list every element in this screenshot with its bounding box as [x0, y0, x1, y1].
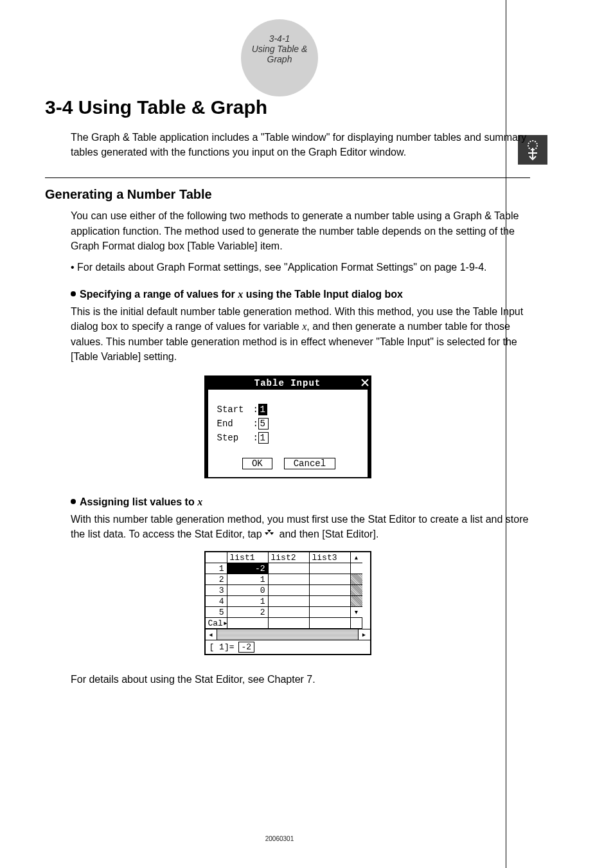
header-section-title: Using Table & Graph	[241, 44, 318, 64]
cell-r5c2[interactable]	[269, 607, 310, 618]
row-number: 1	[206, 563, 227, 574]
cell-r2c1[interactable]: 1	[227, 574, 269, 585]
stat-editor-figure: list1 list2 list3 ▴ 1 -2 2 1 3 0	[204, 551, 371, 655]
hscroll-track[interactable]	[217, 629, 359, 640]
body-paragraph-1: You can use either of the following two …	[71, 208, 530, 253]
cell-r3c2[interactable]	[269, 585, 310, 596]
step-field[interactable]: 1	[258, 432, 269, 444]
scroll-right-icon[interactable]: ▸	[359, 629, 370, 640]
start-field[interactable]: 1	[258, 404, 267, 415]
row-number: 2	[206, 574, 227, 585]
closing-paragraph: For details about using the Stat Editor,…	[71, 672, 530, 687]
table-input-titlebar: Table Input	[206, 377, 370, 390]
svg-marker-4	[265, 532, 269, 535]
table-input-end-row: End : 5	[217, 418, 361, 429]
cell-r4c1[interactable]: 1	[227, 596, 269, 607]
dot1-suffix: using the Table Input dialog box	[243, 289, 403, 300]
horizontal-scrollbar[interactable]: ◂ ▸	[206, 629, 370, 640]
dot-heading-2: Assigning list values to x	[71, 496, 530, 508]
cell-r5c1[interactable]: 2	[227, 607, 269, 618]
end-field[interactable]: 5	[258, 418, 269, 429]
body-paragraph-2: This is the initial default number table…	[71, 304, 530, 364]
cal-button[interactable]: Cal▸	[206, 618, 227, 629]
input-prefix: [ 1]=	[209, 642, 235, 652]
scroll-thumb[interactable]	[351, 596, 362, 607]
col-header-list1[interactable]: list1	[227, 552, 269, 563]
cell-r1c1[interactable]: -2	[227, 563, 269, 574]
intro-paragraph: The Graph & Table application includes a…	[71, 130, 530, 159]
cancel-button[interactable]: Cancel	[284, 458, 335, 469]
col-header-list2[interactable]: list2	[269, 552, 310, 563]
cell-r3c1[interactable]: 0	[227, 585, 269, 596]
branch-icon	[265, 527, 276, 542]
subheading: Generating a Number Table	[45, 187, 530, 202]
scroll-thumb[interactable]	[351, 585, 362, 596]
cell-r5c3[interactable]	[310, 607, 351, 618]
cell-r2c2[interactable]	[269, 574, 310, 585]
table-input-start-row: Start : 1	[217, 404, 361, 415]
row-number: 3	[206, 585, 227, 596]
header-section-number: 3-4-1	[269, 33, 290, 44]
header-circle: 3-4-1 Using Table & Graph	[241, 19, 318, 96]
cell-r1c3[interactable]	[310, 563, 351, 574]
horizontal-rule	[45, 177, 530, 178]
stat-editor-grid: list1 list2 list3 ▴ 1 -2 2 1 3 0	[206, 552, 370, 629]
dot-heading-1: Specifying a range of values for x using…	[71, 289, 530, 300]
dot2-var: x	[197, 496, 202, 507]
bullet-line-1: • For details about Graph Format setting…	[71, 260, 530, 275]
body3b: and then [Stat Editor].	[280, 529, 379, 539]
cell-r4c2[interactable]	[269, 596, 310, 607]
bullet-dot-icon	[71, 499, 76, 504]
footer-number: 20060301	[265, 835, 294, 842]
row-number: 5	[206, 607, 227, 618]
table-input-step-row: Step : 1	[217, 432, 361, 444]
input-value-box[interactable]: -2	[238, 642, 255, 653]
svg-marker-3	[267, 530, 271, 532]
start-label: Start	[217, 404, 253, 415]
step-label: Step	[217, 433, 239, 443]
cell-r2c3[interactable]	[310, 574, 351, 585]
close-icon[interactable]	[360, 377, 370, 389]
end-label: End	[217, 419, 233, 429]
table-input-title: Table Input	[254, 378, 321, 388]
page-title: 3-4 Using Table & Graph	[45, 96, 530, 118]
dot2-prefix: Assigning list values to	[80, 496, 197, 507]
scroll-left-icon[interactable]: ◂	[206, 629, 217, 640]
ok-button[interactable]: OK	[242, 458, 272, 469]
scroll-down-icon[interactable]: ▾	[351, 607, 362, 618]
table-input-dialog: Table Input Start : 1 End : 5 Step	[204, 375, 371, 478]
scroll-thumb[interactable]	[351, 574, 362, 585]
scroll-up-icon[interactable]: ▴	[351, 552, 362, 563]
dot1-prefix: Specifying a range of values for	[80, 289, 238, 300]
bullet-dot-icon	[71, 291, 76, 296]
cell-r4c3[interactable]	[310, 596, 351, 607]
cell-r3c3[interactable]	[310, 585, 351, 596]
row-number: 4	[206, 596, 227, 607]
cell-r1c2[interactable]	[269, 563, 310, 574]
body-paragraph-3: With this number table generation method…	[71, 512, 530, 543]
svg-marker-5	[270, 532, 274, 535]
scroll-track[interactable]	[351, 563, 362, 574]
stat-editor-input-row: [ 1]= -2	[206, 640, 370, 654]
col-header-list3[interactable]: list3	[310, 552, 351, 563]
corner-cell	[206, 552, 227, 563]
